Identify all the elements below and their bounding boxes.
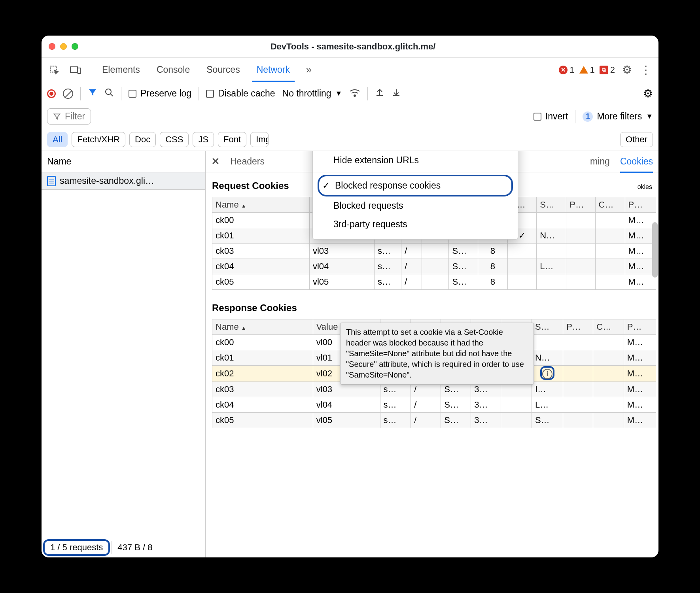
cell xyxy=(593,413,624,428)
chip-fetchxhr[interactable]: Fetch/XHR xyxy=(72,132,125,147)
filter-toggle-icon[interactable] xyxy=(88,88,97,100)
more-tabs-icon[interactable]: » xyxy=(302,63,316,77)
show-filtered-label[interactable]: okies xyxy=(638,183,652,191)
network-settings-icon[interactable]: ⚙ xyxy=(643,87,653,100)
cell: s… xyxy=(374,244,401,259)
filter-blocked-requests[interactable]: Blocked requests xyxy=(313,196,518,215)
scrollbar-thumb[interactable] xyxy=(652,222,658,278)
clear-button[interactable] xyxy=(63,89,73,99)
import-har-icon[interactable] xyxy=(375,87,384,100)
info-icon[interactable]: i xyxy=(542,369,552,379)
requests-pane: Name samesite-sandbox.gli… 1 / 5 request… xyxy=(42,151,206,557)
more-filters-button[interactable]: 1 More filters ▼ xyxy=(583,111,653,122)
cell xyxy=(507,259,536,274)
more-filters-count: 1 xyxy=(583,111,593,122)
filter-blocked-response-cookies[interactable]: ✓ Blocked response cookies xyxy=(318,175,513,196)
invert-checkbox[interactable]: Invert xyxy=(534,111,568,122)
funnel-icon xyxy=(53,113,61,121)
throttling-select[interactable]: No throttling ▼ xyxy=(282,88,342,99)
minimize-window-button[interactable] xyxy=(60,43,67,50)
more-filters-label: More filters xyxy=(597,111,642,122)
dtab-cookies[interactable]: Cookies xyxy=(620,151,653,173)
cell xyxy=(537,274,566,290)
chip-doc[interactable]: Doc xyxy=(129,132,156,147)
cell xyxy=(501,413,532,428)
response-cookies-heading: Response Cookies xyxy=(206,299,658,319)
cell: ck05 xyxy=(212,274,310,290)
device-toolbar-icon[interactable] xyxy=(68,63,83,77)
tab-elements[interactable]: Elements xyxy=(97,58,145,82)
col-cc[interactable]: C… xyxy=(593,319,624,335)
zoom-window-button[interactable] xyxy=(72,43,78,50)
filter-hide-ext-urls[interactable]: Hide extension URLs xyxy=(313,151,518,170)
record-button[interactable] xyxy=(47,89,56,98)
settings-icon[interactable]: ⚙ xyxy=(620,63,634,77)
col-name[interactable]: Name ▲ xyxy=(212,197,310,213)
cell: vl05 xyxy=(309,274,374,290)
requests-list: samesite-sandbox.gli… xyxy=(42,172,205,537)
table-row[interactable]: ck04vl04s…/S…3…L…M… xyxy=(212,397,656,413)
cookie-block-tooltip: This attempt to set a cookie via a Set-C… xyxy=(340,323,534,385)
requests-header[interactable]: Name xyxy=(42,151,205,172)
search-icon[interactable] xyxy=(104,88,114,100)
preserve-log-checkbox[interactable]: Preserve log xyxy=(129,88,191,99)
cell: vl04 xyxy=(309,259,374,274)
table-row[interactable]: ck05vl05s…/S…8M… xyxy=(212,274,656,290)
chip-all[interactable]: All xyxy=(47,132,68,147)
cell: N… xyxy=(537,228,566,244)
close-window-button[interactable] xyxy=(49,43,55,50)
cell xyxy=(507,274,536,290)
chip-js[interactable]: JS xyxy=(193,132,214,147)
close-detail-icon[interactable]: ✕ xyxy=(211,155,220,168)
warning-badge[interactable]: 1 xyxy=(579,65,595,75)
filter-input[interactable]: Filter xyxy=(47,108,91,125)
scrollbar[interactable] xyxy=(651,222,658,557)
table-row[interactable]: ck05vl05s…/S…3…S…M… xyxy=(212,413,656,428)
tab-network[interactable]: Network xyxy=(252,58,295,82)
cell: ck03 xyxy=(212,244,310,259)
window-title: DevTools - samesite-sandbox.glitch.me/ xyxy=(78,42,628,52)
tab-console[interactable]: Console xyxy=(152,58,195,82)
disable-cache-checkbox[interactable]: Disable cache xyxy=(206,88,275,99)
error-icon: ✕ xyxy=(559,66,568,74)
dtab-headers[interactable]: Headers xyxy=(230,156,265,167)
cell: vl05 xyxy=(313,413,380,428)
col-ss[interactable]: S… xyxy=(532,319,563,335)
network-conditions-icon[interactable] xyxy=(349,87,360,100)
chip-other[interactable]: Other xyxy=(620,132,653,147)
cell xyxy=(566,228,595,244)
inspect-element-icon[interactable] xyxy=(47,63,61,77)
col-p2[interactable]: P… xyxy=(625,197,656,213)
table-row[interactable]: ck03vl03s…/S…8M… xyxy=(212,244,656,259)
cell: ck04 xyxy=(212,259,310,274)
error-badge[interactable]: ✕ 1 xyxy=(559,65,574,75)
export-har-icon[interactable] xyxy=(392,87,401,100)
status-bar: 1 / 5 requests 437 B / 8 xyxy=(42,537,205,557)
col-c[interactable]: C… xyxy=(595,197,625,213)
col-p1[interactable]: P… xyxy=(566,197,595,213)
chip-img[interactable]: Img xyxy=(250,132,269,147)
cell: N… xyxy=(532,350,563,366)
svg-point-3 xyxy=(106,89,111,94)
cell: L… xyxy=(532,397,563,413)
svg-point-4 xyxy=(354,95,356,96)
col-name[interactable]: Name ▲ xyxy=(212,319,313,335)
chip-font[interactable]: Font xyxy=(218,132,246,147)
tab-sources[interactable]: Sources xyxy=(202,58,244,82)
cell: / xyxy=(401,274,422,290)
filter-3rd-party[interactable]: 3rd-party requests xyxy=(313,215,518,234)
chip-css[interactable]: CSS xyxy=(160,132,189,147)
table-row[interactable]: ck04vl04s…/S…8L…M… xyxy=(212,259,656,274)
cell xyxy=(566,213,595,228)
blocked-info-highlight[interactable]: i xyxy=(540,366,554,380)
dtab-timing[interactable]: ming xyxy=(590,156,610,167)
issues-badge[interactable]: ⧉ 2 xyxy=(600,65,615,75)
more-menu-icon[interactable]: ⋮ xyxy=(639,63,653,77)
col-pp[interactable]: P… xyxy=(563,319,593,335)
cell: s… xyxy=(374,259,401,274)
request-row[interactable]: samesite-sandbox.gli… xyxy=(42,172,205,190)
filter-bar: Filter Invert 1 More filters ▼ xyxy=(42,105,658,128)
cell xyxy=(566,259,595,274)
checkbox-icon xyxy=(534,113,541,121)
col-s3[interactable]: S… xyxy=(537,197,566,213)
